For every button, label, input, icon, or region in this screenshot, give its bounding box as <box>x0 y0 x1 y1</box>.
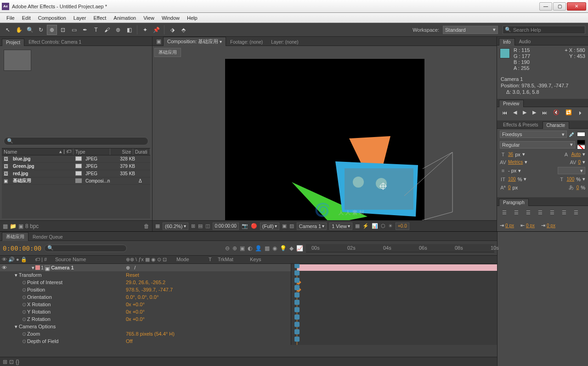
shy-icon[interactable]: 👤 <box>255 245 262 252</box>
timeline-property-row[interactable]: ⊙ Orientation0.0°, 0.0°, 0.0° <box>0 293 497 301</box>
justify-right-icon[interactable]: ☰ <box>560 209 569 216</box>
timeline-property-row[interactable]: ▾ Camera Options <box>0 323 497 330</box>
mute-icon[interactable]: 🔇 <box>553 109 560 115</box>
zoom-tool-icon[interactable]: 🔍 <box>25 25 35 35</box>
toggle-modes-icon[interactable]: ⊡ <box>9 359 14 365</box>
minimize-button[interactable]: — <box>539 2 552 11</box>
auto-keyframe-icon[interactable]: ◆ <box>289 245 294 252</box>
eraser-tool-icon[interactable]: ◧ <box>124 25 134 35</box>
exposure-value[interactable]: +0.0 <box>396 223 409 230</box>
indent-left-value[interactable]: 0 px <box>505 223 514 228</box>
close-button[interactable]: ✕ <box>567 2 586 11</box>
stroke-style-dropdown[interactable]: ▾ <box>558 167 585 174</box>
menu-file[interactable]: File <box>3 14 18 22</box>
resolution-dropdown[interactable]: (Full) ▾ <box>260 223 279 230</box>
menu-edit[interactable]: Edit <box>18 14 34 22</box>
toggle-switches-icon[interactable]: ⊞ <box>3 359 7 365</box>
tab-footage[interactable]: Footage: (none) <box>226 38 267 46</box>
timeline-search-input[interactable]: 🔍 <box>44 245 127 252</box>
tab-audio[interactable]: Audio <box>515 38 535 45</box>
grid-icon[interactable]: ⊞ <box>191 223 195 229</box>
motion-blur-icon[interactable]: ◉ <box>272 245 277 252</box>
maximize-button[interactable]: ▢ <box>553 2 566 11</box>
rect-tool-icon[interactable]: ▭ <box>69 25 79 35</box>
tab-preview[interactable]: Preview <box>499 100 524 107</box>
interpret-icon[interactable]: ▦ <box>3 223 8 229</box>
timeline-property-row[interactable]: ⊙ Zoom765.8 pixels (54.4° H) <box>0 330 497 337</box>
type-tool-icon[interactable]: T <box>91 25 101 35</box>
timeline-layer-tree[interactable]: 👁▾1▣Camera 1⊕ /▾ TransformReset⊙ Point o… <box>0 264 497 357</box>
align-center-icon[interactable]: ☰ <box>512 209 521 216</box>
menu-composition[interactable]: Composition <box>34 14 70 22</box>
tl-option-icon[interactable]: ⊖ <box>225 245 230 252</box>
comp-mini-flowchart-icon[interactable]: ▣ <box>240 245 245 252</box>
font-size-value[interactable]: 36 <box>508 152 513 157</box>
brush-tool-icon[interactable]: 🖌 <box>102 25 112 35</box>
menu-animation[interactable]: Animation <box>110 14 140 22</box>
pen-tool-icon[interactable]: ✒ <box>80 25 90 35</box>
tab-project[interactable]: Project <box>2 39 24 46</box>
tab-composition[interactable]: Composition: 基础应用 ▾ <box>163 37 226 46</box>
justify-all-icon[interactable]: ☰ <box>571 209 581 216</box>
graph-editor-icon[interactable]: 📈 <box>296 245 303 252</box>
region-icon[interactable]: ▦ <box>155 223 160 229</box>
ram-preview-icon[interactable]: ⏵ <box>578 110 583 115</box>
project-item[interactable]: 🖼blue.jpgJPEG328 KB <box>2 155 150 163</box>
tab-info[interactable]: Info <box>499 38 515 46</box>
align-right-icon[interactable]: ☰ <box>524 209 533 216</box>
fast-preview-icon[interactable]: ⚡ <box>362 223 369 229</box>
tab-timeline-comp[interactable]: 基础应用 <box>2 232 28 241</box>
no-color-icon[interactable] <box>577 145 585 149</box>
mask-icon[interactable]: ◫ <box>205 223 210 229</box>
flowchart-icon[interactable]: ⬡ <box>381 223 385 229</box>
loop-icon[interactable]: 🔁 <box>565 109 572 115</box>
indent-first-value[interactable]: 0 px <box>547 223 555 228</box>
snapshot-icon[interactable]: 📷 <box>242 223 248 229</box>
tab-effect-controls[interactable]: Effect Controls: Camera 1 <box>24 38 85 46</box>
justify-center-icon[interactable]: ☰ <box>548 209 557 216</box>
timeline-property-row[interactable]: ⊙ Z Rotation0x +0.0° <box>0 315 497 323</box>
stroke-color-swatch[interactable] <box>577 140 585 144</box>
indent-right-value[interactable]: 0 px <box>526 223 535 228</box>
transparency-icon[interactable]: ▨ <box>289 223 294 229</box>
timeline-property-row[interactable]: ⊙ Position978.5, -399.7, -747.7 <box>0 286 497 293</box>
new-folder-icon[interactable]: 📁 <box>10 223 17 229</box>
tab-layer[interactable]: Layer: (none) <box>267 38 302 46</box>
new-comp-icon[interactable]: ▣ <box>18 223 23 229</box>
zoom-dropdown[interactable]: (60.2%) ▾ <box>163 223 188 230</box>
frame-blend-icon[interactable]: ▦ <box>265 245 270 252</box>
search-help-input[interactable]: 🔍 Search Help <box>503 26 585 34</box>
roto-tool-icon[interactable]: ✦ <box>140 25 150 35</box>
project-item-list[interactable]: 🖼blue.jpgJPEG328 KB🖼Green.jpgJPEG379 KB🖼… <box>2 155 150 219</box>
roi-icon[interactable]: ▣ <box>282 223 287 229</box>
timeline-icon[interactable]: 📊 <box>372 223 378 229</box>
clone-stamp-tool-icon[interactable]: ⊛ <box>113 25 123 35</box>
timecode-display[interactable]: 0:00:00:00 <box>213 223 239 230</box>
project-item[interactable]: 🖼Green.jpgJPEG379 KB <box>2 163 150 170</box>
comp-nav-icon[interactable]: ▣ <box>154 37 163 46</box>
hscale-value[interactable]: 100 <box>567 177 575 182</box>
rotation-tool-icon[interactable]: ↻ <box>36 25 46 35</box>
project-item[interactable]: ▣基础应用Composi...nΔ <box>2 177 150 185</box>
menu-effect[interactable]: Effect <box>90 14 110 22</box>
first-frame-icon[interactable]: ⏮ <box>502 110 507 115</box>
justify-left-icon[interactable]: ☰ <box>536 209 545 216</box>
selection-tool-icon[interactable]: ↖ <box>3 25 13 35</box>
camera-dropdown[interactable]: Camera 1 ▾ <box>297 223 327 230</box>
leading-value[interactable]: Auto <box>571 152 581 157</box>
current-time-display[interactable]: 0:00:00:00 <box>3 245 41 252</box>
project-item[interactable]: 🖼red.jpgJPEG335 KB <box>2 170 150 177</box>
play-icon[interactable]: ▶ <box>523 109 526 115</box>
brainstorm-icon[interactable]: 💡 <box>280 245 287 252</box>
timeline-property-row[interactable]: ▾ TransformReset <box>0 271 497 279</box>
comp-flowchart-chip[interactable]: 基础应用 <box>154 48 181 57</box>
composition-canvas[interactable] <box>225 59 424 220</box>
project-column-headers[interactable]: Name ▴ | 🏷 Type Size Durati <box>2 148 150 155</box>
menu-window[interactable]: Window <box>158 14 183 22</box>
tracking-value[interactable]: 0 <box>578 160 581 165</box>
timeline-property-row[interactable]: ⊙ Depth of FieldOff <box>0 337 497 345</box>
hand-tool-icon[interactable]: ✋ <box>14 25 24 35</box>
fill-color-swatch[interactable] <box>577 132 585 137</box>
vscale-value[interactable]: 100 <box>508 177 516 182</box>
baseline-value[interactable]: 0 <box>508 185 511 190</box>
